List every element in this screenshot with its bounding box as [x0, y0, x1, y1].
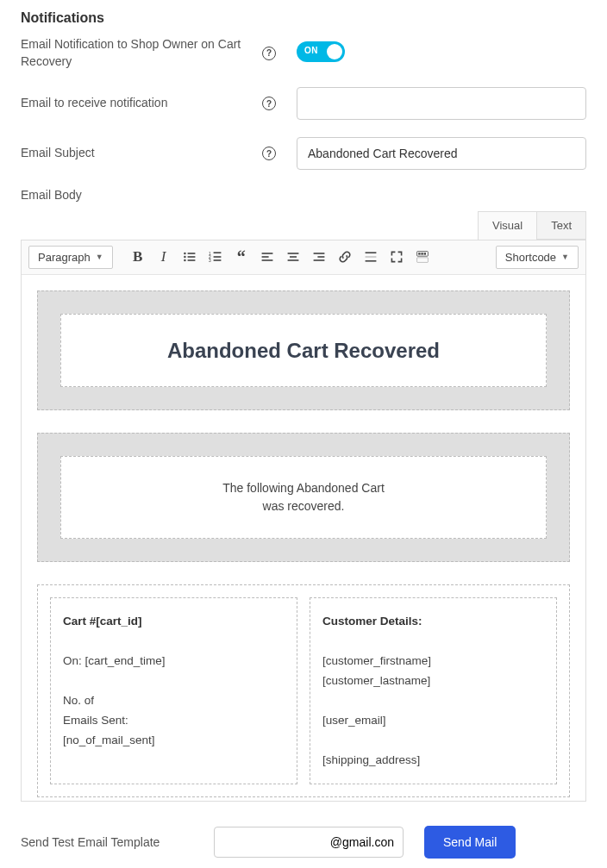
chevron-down-icon: ▼ [96, 253, 103, 261]
field-notify-owner: Email Notification to Shop Owner on Cart… [21, 36, 586, 70]
svg-rect-12 [261, 253, 272, 254]
svg-rect-18 [313, 253, 324, 254]
svg-rect-15 [287, 253, 298, 254]
template-details-block: Cart #[cart_id] On: [cart_end_time] No. … [37, 584, 570, 798]
template-message-line1: The following Abandoned Cart [222, 481, 385, 495]
fullscreen-icon[interactable] [387, 247, 406, 266]
customer-header: Customer Details: [322, 615, 422, 628]
cart-mails1: No. of [63, 694, 94, 707]
tab-visual[interactable]: Visual [478, 211, 536, 240]
svg-rect-16 [290, 256, 297, 258]
editor-wrap: Paragraph ▼ B I 123 “ [21, 240, 586, 802]
template-heading-block: Abandoned Cart Recovered [37, 290, 570, 410]
svg-rect-7 [213, 253, 221, 254]
cart-mails2: Emails Sent: [63, 714, 128, 727]
svg-point-0 [184, 253, 185, 254]
template-message-line2: was recovered. [263, 499, 345, 513]
svg-point-2 [184, 256, 185, 258]
template-message-block: The following Abandoned Cart was recover… [37, 433, 570, 562]
svg-rect-5 [187, 259, 195, 261]
align-center-icon[interactable] [284, 247, 303, 266]
svg-rect-26 [421, 253, 422, 254]
section-title: Notifications [21, 10, 586, 26]
blockquote-icon[interactable]: “ [232, 247, 251, 266]
chevron-down-icon: ▼ [561, 253, 569, 261]
svg-rect-20 [313, 259, 324, 261]
svg-rect-1 [187, 253, 195, 254]
svg-rect-25 [418, 253, 420, 254]
receive-email-label: Email to receive notification [21, 95, 262, 112]
subject-input[interactable] [297, 137, 586, 170]
template-heading: Abandoned Cart Recovered [78, 337, 529, 364]
template-customer-col: Customer Details: [customer_firstname] [… [310, 597, 557, 785]
notify-owner-toggle[interactable]: ON [297, 41, 345, 62]
svg-rect-9 [213, 256, 221, 258]
customer-line2: [customer_lastname] [322, 674, 430, 687]
toggle-knob [327, 44, 342, 59]
svg-text:3: 3 [209, 259, 211, 263]
align-right-icon[interactable] [310, 247, 329, 266]
svg-rect-22 [365, 256, 376, 258]
customer-line1: [customer_firstname] [322, 654, 431, 667]
svg-rect-14 [261, 259, 272, 261]
help-icon[interactable]: ? [262, 97, 276, 110]
editor-body[interactable]: Abandoned Cart Recovered The following A… [22, 275, 585, 801]
customer-line3: [user_email] [322, 714, 386, 727]
send-test-label: Send Test Email Template [21, 835, 193, 849]
shortcode-select-label: Shortcode [505, 251, 556, 264]
svg-rect-28 [416, 258, 428, 263]
cart-on: On: [cart_end_time] [63, 654, 166, 667]
svg-point-4 [184, 259, 185, 261]
customer-line4: [shipping_address] [322, 753, 420, 766]
cart-header: Cart #[cart_id] [63, 615, 142, 628]
svg-rect-3 [187, 256, 195, 258]
help-icon[interactable]: ? [262, 147, 276, 160]
cart-mails3: [no_of_mail_sent] [63, 734, 155, 746]
svg-rect-21 [365, 253, 376, 254]
editor-toolbar: Paragraph ▼ B I 123 “ [22, 240, 585, 275]
footer-row: Send Test Email Template Send Mail [21, 826, 586, 859]
toggle-on-text: ON [304, 46, 318, 55]
subject-label: Email Subject [21, 145, 262, 162]
bulleted-list-icon[interactable] [180, 247, 199, 266]
notify-owner-label: Email Notification to Shop Owner on Cart… [21, 36, 262, 70]
bold-icon[interactable]: B [128, 247, 147, 266]
editor-tabs: Visual Text [21, 211, 586, 240]
paragraph-select-label: Paragraph [38, 251, 91, 264]
svg-rect-13 [261, 256, 268, 258]
template-cart-col: Cart #[cart_id] On: [cart_end_time] No. … [50, 597, 297, 785]
receive-email-input[interactable] [297, 87, 586, 120]
numbered-list-icon[interactable]: 123 [206, 247, 225, 266]
body-label: Email Body [21, 187, 262, 204]
svg-rect-19 [317, 256, 324, 258]
svg-rect-23 [365, 260, 376, 262]
svg-rect-17 [287, 259, 298, 261]
field-email-body: Email Body [21, 187, 586, 204]
field-receive-email: Email to receive notification ? [21, 87, 586, 120]
align-left-icon[interactable] [258, 247, 277, 266]
read-more-icon[interactable] [361, 247, 380, 266]
italic-icon[interactable]: I [154, 247, 173, 266]
shortcode-select[interactable]: Shortcode ▼ [496, 246, 579, 269]
send-mail-button[interactable]: Send Mail [424, 826, 516, 859]
paragraph-select[interactable]: Paragraph ▼ [28, 246, 113, 269]
svg-rect-27 [423, 253, 425, 254]
toolbar-toggle-icon[interactable] [413, 247, 432, 266]
tab-text[interactable]: Text [536, 211, 586, 240]
help-icon[interactable]: ? [262, 47, 276, 60]
send-test-input[interactable] [214, 827, 404, 858]
link-icon[interactable] [335, 247, 354, 266]
field-email-subject: Email Subject ? [21, 137, 586, 170]
svg-rect-11 [213, 259, 221, 261]
